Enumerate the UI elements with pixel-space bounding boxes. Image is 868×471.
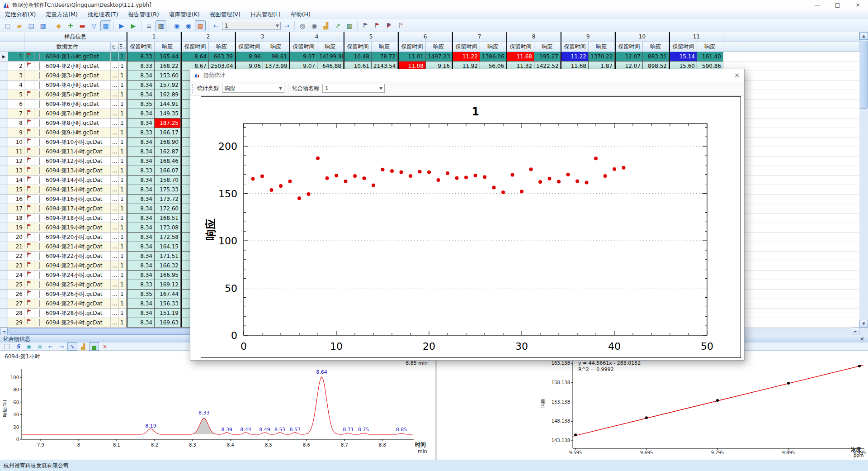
- row-checkbox[interactable]: [39, 300, 40, 307]
- row-checkbox[interactable]: [39, 214, 40, 222]
- peak-chart-icon[interactable]: ▅: [89, 343, 99, 351]
- run-icon[interactable]: ▶: [116, 20, 127, 31]
- flag-outline-icon[interactable]: [395, 20, 406, 31]
- target-circle-icon[interactable]: ◎: [35, 343, 45, 351]
- scroll-left-button[interactable]: ◄: [0, 328, 8, 335]
- flag-mixed-icon[interactable]: [383, 20, 394, 31]
- trend-statistics-dialog[interactable]: 趋势统计 × 统计类型 响应▼ 化合物名称 1▼ 105010015020001…: [190, 69, 745, 361]
- row-checkbox[interactable]: [39, 167, 40, 174]
- browse-cell[interactable]: ...: [111, 62, 119, 71]
- browse-cell[interactable]: ...: [111, 233, 119, 242]
- menu-item-7[interactable]: 日志管理(L): [245, 10, 286, 19]
- browse-cell[interactable]: ...: [111, 214, 119, 223]
- result-grid-icon[interactable]: ▦: [195, 20, 206, 31]
- trend-scatter-chart[interactable]: 105010015020001020304050响应: [201, 96, 741, 358]
- compound-name-select[interactable]: 1▼: [322, 84, 385, 93]
- browse-cell[interactable]: ...: [111, 185, 119, 195]
- sample-filter-icon[interactable]: ▽: [89, 20, 99, 31]
- new-file-icon[interactable]: ▢: [2, 20, 13, 31]
- browse-cell[interactable]: ...: [111, 166, 119, 176]
- browse-cell[interactable]: ...: [111, 176, 119, 185]
- browse-cell[interactable]: ...: [111, 309, 119, 318]
- histogram-icon[interactable]: ▟: [321, 20, 331, 31]
- sample-box-icon[interactable]: ◆: [53, 20, 64, 31]
- browse-cell[interactable]: ...: [111, 261, 119, 271]
- table-row-1[interactable]: ▶16094-第1小时.gcDat...18.33165.448.64663.3…: [0, 52, 859, 62]
- browse-cell[interactable]: ...: [111, 271, 119, 280]
- area-chart-icon[interactable]: ▟: [78, 343, 88, 351]
- row-checkbox[interactable]: [39, 290, 40, 298]
- row-checkbox[interactable]: [39, 72, 40, 79]
- browse-cell[interactable]: ...: [111, 71, 119, 81]
- browse-cell[interactable]: ...: [111, 223, 119, 233]
- row-checkbox[interactable]: [39, 262, 40, 269]
- browse-cell[interactable]: ...: [111, 128, 119, 138]
- dialog-title-bar[interactable]: 趋势统计 ×: [190, 69, 744, 81]
- compound-panel-close-icon[interactable]: ×: [860, 336, 864, 342]
- browse-cell[interactable]: ...: [111, 195, 119, 204]
- menu-item-5[interactable]: 谱库管理(K): [164, 10, 205, 19]
- browse-cell[interactable]: ...: [111, 204, 119, 214]
- menu-item-1[interactable]: 定性分析(X): [0, 10, 41, 19]
- row-checkbox[interactable]: [39, 281, 40, 288]
- excel-export-icon[interactable]: ▦: [344, 20, 355, 31]
- row-checkbox[interactable]: [39, 195, 40, 203]
- batch-table-icon[interactable]: ▦: [100, 20, 111, 31]
- browse-cell[interactable]: ...: [111, 290, 119, 299]
- flag-blue-icon[interactable]: [360, 20, 371, 31]
- row-checkbox[interactable]: [39, 138, 40, 146]
- chromatogram-panel[interactable]: 6094-第1小时4.65e2 pA8.85 min0204060801007.…: [0, 351, 435, 460]
- delete-icon[interactable]: ×: [100, 343, 110, 351]
- browse-cell[interactable]: ...: [111, 318, 119, 328]
- selection-frame-icon[interactable]: [2, 343, 12, 351]
- row-checkbox[interactable]: [39, 252, 40, 260]
- row-checkbox[interactable]: [39, 186, 40, 193]
- browse-cell[interactable]: ...: [111, 157, 119, 166]
- sample-index-dropdown[interactable]: 1▼: [222, 22, 281, 30]
- scroll-up-button[interactable]: ▲: [859, 32, 868, 40]
- row-checkbox[interactable]: [39, 309, 40, 317]
- menu-item-8[interactable]: 帮助(H): [286, 10, 316, 19]
- concentration-icon[interactable]: ◉: [309, 20, 320, 31]
- row-checkbox[interactable]: [39, 271, 40, 279]
- remove-sample-icon[interactable]: ▬: [77, 20, 88, 31]
- calibration-panel[interactable]: 143.138148.138153.138158.138163.1389.595…: [437, 351, 868, 460]
- line-chart-icon[interactable]: ∿: [67, 343, 77, 351]
- prev-compound-icon[interactable]: ◉: [171, 20, 182, 31]
- run-all-icon[interactable]: ▶: [128, 20, 139, 31]
- row-checkbox[interactable]: [39, 224, 40, 231]
- search-icon[interactable]: ◎: [297, 20, 308, 31]
- row-checkbox[interactable]: [39, 91, 40, 98]
- browse-cell[interactable]: ...: [111, 52, 119, 62]
- row-checkbox[interactable]: [39, 100, 40, 108]
- row-checkbox[interactable]: [39, 62, 40, 70]
- row-checkbox[interactable]: [39, 148, 40, 155]
- browse-cell[interactable]: ...: [111, 147, 119, 157]
- report-view-icon[interactable]: ≡: [144, 20, 155, 31]
- browse-cell[interactable]: ...: [111, 90, 119, 100]
- save-all-icon[interactable]: ▥: [38, 20, 48, 31]
- maximize-button[interactable]: □: [827, 0, 848, 10]
- browse-cell[interactable]: ...: [111, 81, 119, 90]
- next-compound-icon[interactable]: ◉: [183, 20, 194, 31]
- trend-icon[interactable]: ↗: [332, 20, 343, 31]
- browse-cell[interactable]: ...: [111, 252, 119, 261]
- browse-cell[interactable]: ...: [111, 119, 119, 128]
- menu-item-4[interactable]: 报告管理(R): [123, 10, 164, 19]
- menu-item-6[interactable]: 视图管理(V): [205, 10, 245, 19]
- minimize-button[interactable]: —: [807, 0, 827, 10]
- row-checkbox[interactable]: [39, 205, 40, 212]
- row-checkbox[interactable]: [39, 110, 40, 117]
- s-curve-icon[interactable]: S: [13, 343, 23, 351]
- back-arrow-icon[interactable]: ←: [46, 343, 56, 351]
- browse-cell[interactable]: ...: [111, 109, 119, 119]
- menu-item-3[interactable]: 批处理表(T): [83, 10, 123, 19]
- vertical-scrollbar[interactable]: ▲ ▼: [859, 32, 868, 328]
- row-checkbox[interactable]: [39, 129, 40, 136]
- forward-arrow-icon[interactable]: →: [57, 343, 66, 351]
- nav-back-icon[interactable]: ←: [211, 20, 222, 31]
- row-checkbox[interactable]: [39, 319, 40, 326]
- scroll-down-button[interactable]: ▼: [859, 320, 868, 328]
- row-checkbox[interactable]: [39, 176, 40, 184]
- save-icon[interactable]: ▤: [26, 20, 37, 31]
